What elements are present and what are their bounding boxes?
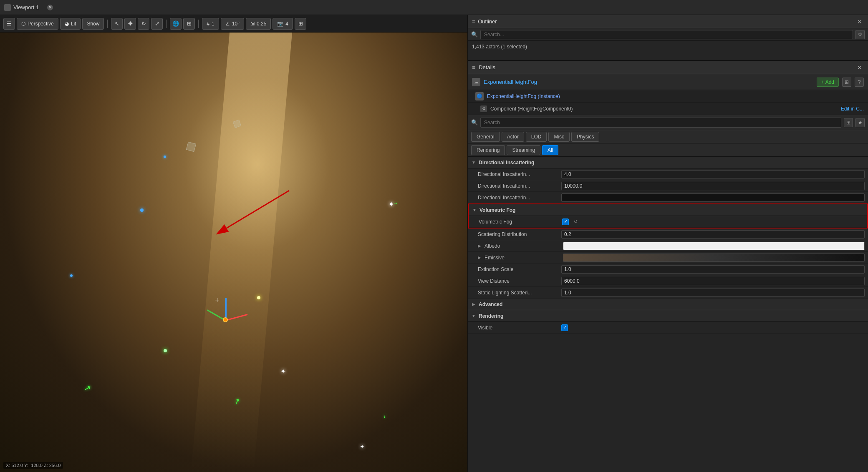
scene-light-3 <box>164 156 166 158</box>
scale-snap-btn[interactable]: ⇲ 0.25 <box>246 18 271 30</box>
details-table-view-btn[interactable]: ⊞ <box>844 118 853 127</box>
prop-static-lighting-label: Static Lighting Scatteri... <box>478 290 561 296</box>
lit-btn[interactable]: ◕ Lit <box>60 18 81 30</box>
tab-general[interactable]: General <box>471 132 500 142</box>
outliner-search-bar: 🔍 ⚙ <box>468 28 868 41</box>
rotate-tool-btn[interactable]: ↻ <box>138 18 149 30</box>
help-btn[interactable]: ? <box>855 78 864 87</box>
emissive-expand-arrow[interactable]: ▶ <box>478 255 483 260</box>
world-space-btn[interactable]: 🌐 <box>170 18 182 30</box>
details-search-row: 🔍 ⊞ ★ <box>468 115 868 130</box>
prop-static-lighting-value-area <box>561 289 865 297</box>
albedo-expand-arrow[interactable]: ▶ <box>478 244 483 249</box>
advanced-section-header[interactable]: ▶ Advanced <box>468 299 868 310</box>
viewport-options-btn[interactable]: ⊞ <box>295 18 306 30</box>
prop-dir-inscattering-2[interactable]: Directional Inscatterin... <box>468 180 868 192</box>
properties-scroll-area[interactable]: ▼ Directional Inscattering Directional I… <box>468 157 868 472</box>
filter-tabs-row-2: Rendering Streaming All <box>468 143 868 157</box>
snap-settings-btn[interactable]: ⊞ <box>183 18 195 30</box>
volumetric-fog-reset-btn[interactable]: ↺ <box>572 218 579 225</box>
prop-dir-inscattering-color[interactable]: Directional Inscatterin... <box>468 192 868 203</box>
tab-streaming[interactable]: Streaming <box>507 145 540 155</box>
scene-star-2: ✦ <box>280 367 286 375</box>
volumetric-fog-section-header[interactable]: ▼ Volumetric Fog <box>469 204 867 216</box>
tab-physics[interactable]: Physics <box>571 132 599 142</box>
toolbar-separator-1 <box>107 20 108 28</box>
angle-snap-btn[interactable]: ∠ 10° <box>221 18 244 30</box>
viewport-coords: X: 512.0 Y: -128.0 Z: 256.0 <box>3 462 63 469</box>
layout-btn[interactable]: ⊞ <box>842 78 851 87</box>
prop-dir-inscattering-1-input[interactable] <box>561 170 865 178</box>
tab-all[interactable]: All <box>542 145 558 155</box>
show-btn[interactable]: Show <box>82 18 104 30</box>
grid-snap-btn[interactable]: # 1 <box>202 18 219 30</box>
tab-rendering[interactable]: Rendering <box>471 145 505 155</box>
details-search-input[interactable] <box>480 118 841 128</box>
emissive-color-swatch[interactable] <box>563 254 865 262</box>
details-favorites-btn[interactable]: ★ <box>855 118 865 127</box>
scale-tool-btn[interactable]: ⤢ <box>151 18 163 30</box>
annotation-arrow <box>206 186 298 241</box>
outliner-panel: ≡ Outliner ✕ 🔍 ⚙ 1,413 actors (1 selecte… <box>468 15 868 61</box>
prop-dir-inscattering-1[interactable]: Directional Inscatterin... <box>468 168 868 180</box>
scene-object-2 <box>233 120 242 128</box>
volumetric-fog-checkbox[interactable]: ✓ <box>562 218 569 225</box>
outliner-close-btn[interactable]: ✕ <box>855 18 864 26</box>
scene-object-1 <box>186 141 196 151</box>
prop-visible[interactable]: Visible ✓ <box>468 322 868 334</box>
viewport-close-btn[interactable]: ✕ <box>47 5 53 10</box>
tab-misc[interactable]: Misc <box>548 132 570 142</box>
prop-view-distance-input[interactable] <box>561 277 865 285</box>
component-icon: ⚙ <box>480 105 487 112</box>
perspective-btn[interactable]: ⬡ Perspective <box>17 18 58 30</box>
outliner-settings-btn[interactable]: ⚙ <box>855 30 865 39</box>
details-panel: ≡ Details ✕ ☁ ExponentialHeightFog + Add… <box>468 61 868 472</box>
prop-dir-inscattering-2-label: Directional Inscatterin... <box>478 183 561 189</box>
details-close-btn[interactable]: ✕ <box>855 63 864 72</box>
add-component-btn[interactable]: + Add <box>817 78 839 87</box>
tab-lod[interactable]: LOD <box>526 132 547 142</box>
albedo-color-swatch[interactable] <box>563 242 865 250</box>
prop-emissive[interactable]: ▶ Emissive <box>468 252 868 264</box>
dir-inscatter-color-swatch[interactable] <box>561 193 865 202</box>
select-tool-btn[interactable]: ↖ <box>111 18 123 30</box>
prop-volumetric-fog-enabled[interactable]: Volumetric Fog ✓ ↺ <box>469 216 867 228</box>
camera-speed-btn[interactable]: 📷 4 <box>273 18 293 30</box>
prop-dir-inscattering-2-input[interactable] <box>561 182 865 190</box>
prop-view-distance[interactable]: View Distance <box>468 275 868 287</box>
rendering-section-header[interactable]: ▼ Rendering <box>468 310 868 322</box>
prop-dir-inscattering-1-label: Directional Inscatterin... <box>478 171 561 177</box>
actor-header-row: ☁ ExponentialHeightFog + Add ⊞ ? <box>468 74 868 90</box>
prop-extinction-scale-input[interactable] <box>561 265 865 274</box>
edit-in-c-link[interactable]: Edit in C... <box>841 106 864 112</box>
prop-scattering-dist-label: Scattering Distribution <box>478 231 561 237</box>
prop-scattering-distribution[interactable]: Scattering Distribution <box>468 228 868 240</box>
prop-dir-inscattering-1-value-area <box>561 170 865 178</box>
directional-inscattering-title: Directional Inscattering <box>479 160 534 166</box>
prop-albedo-value-area <box>563 242 865 250</box>
scene-light-2 <box>70 274 73 277</box>
prop-static-lighting-input[interactable] <box>561 289 865 297</box>
prop-volumetric-fog-checkbox-area: ✓ ↺ <box>562 218 864 225</box>
directional-inscattering-section-header[interactable]: ▼ Directional Inscattering <box>468 157 868 168</box>
prop-albedo[interactable]: ▶ Albedo <box>468 240 868 252</box>
show-label: Show <box>87 21 99 27</box>
tab-actor[interactable]: Actor <box>502 132 524 142</box>
details-title-bar: ≡ Details ✕ <box>468 61 868 74</box>
move-tool-btn[interactable]: ✥ <box>124 18 136 30</box>
outliner-search-input[interactable] <box>480 30 853 39</box>
advanced-collapse-arrow: ▶ <box>471 302 476 307</box>
perspective-label: Perspective <box>28 21 54 27</box>
viewport-scene[interactable]: ↗ ↗ ↓ → ✦ ✦ ✦ + <box>0 33 467 472</box>
prop-dir-inscattering-2-value-area <box>561 182 865 190</box>
prop-scattering-dist-input[interactable] <box>561 230 865 239</box>
hamburger-menu-btn[interactable]: ☰ <box>3 18 15 30</box>
visible-checkbox[interactable]: ✓ <box>561 324 568 331</box>
prop-static-lighting-scattering[interactable]: Static Lighting Scatteri... <box>468 287 868 299</box>
viewport[interactable]: ☰ ⬡ Perspective ◕ Lit Show ↖ ✥ ↻ ⤢ 🌐 ⊞ <box>0 15 467 472</box>
prop-extinction-scale[interactable]: Extinction Scale <box>468 264 868 275</box>
grid-value: 1 <box>212 21 214 27</box>
outliner-title: Outliner <box>478 18 497 25</box>
viewport-title: Viewport 1 <box>13 4 39 10</box>
scene-arrow-3: ↓ <box>383 412 387 419</box>
